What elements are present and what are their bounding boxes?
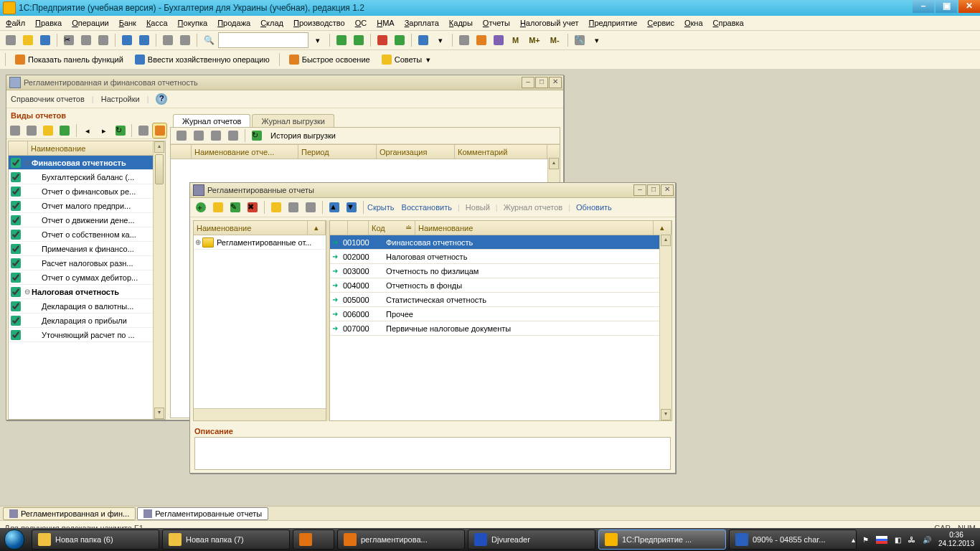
taskbar-app[interactable]: 1С:Предприятие ...: [598, 529, 726, 550]
settings-dropdown[interactable]: ▾: [589, 32, 605, 48]
journal-col[interactable]: Организация: [377, 145, 455, 159]
menu-Зарплата[interactable]: Зарплата: [405, 19, 439, 27]
reg-edit-button[interactable]: ✎: [227, 199, 243, 215]
system-tray[interactable]: ▴ ⚑ ◧ 🖧 🔊 0:3624.12.2013: [852, 528, 980, 551]
journal-col[interactable]: Наименование отче...: [192, 145, 298, 159]
nav-back-button[interactable]: [334, 32, 349, 48]
search-input[interactable]: [218, 32, 308, 48]
copy-button[interactable]: [78, 32, 94, 48]
reg-moveup-button[interactable]: [286, 199, 301, 215]
journal-new-button[interactable]: [174, 128, 189, 143]
journal-history-link[interactable]: История выгрузки: [270, 131, 336, 140]
menu-ОС[interactable]: ОС: [355, 19, 367, 27]
tree-row[interactable]: Отчет о финансовых ре...: [9, 184, 165, 199]
tree-refresh-button[interactable]: ↻: [113, 123, 128, 138]
tree-row[interactable]: ⊖Финансовая отчетность: [9, 156, 165, 170]
tree-prev-button[interactable]: ◂: [80, 123, 95, 138]
mdi-close-button[interactable]: ✕: [549, 77, 562, 88]
memory-m[interactable]: М: [508, 36, 523, 44]
menu-Продажа[interactable]: Продажа: [217, 19, 250, 27]
tree-row-checkbox[interactable]: [11, 172, 21, 182]
tree-row-checkbox[interactable]: [11, 201, 21, 211]
tree-row[interactable]: Отчет о собственном ка...: [9, 227, 165, 242]
taskbar-app[interactable]: Новая папка (7): [162, 529, 290, 550]
redo-button[interactable]: [136, 32, 152, 48]
open-button[interactable]: [20, 32, 36, 48]
reg-list-row[interactable]: ➜007000Первичные налоговые документы: [330, 321, 672, 336]
tab-journal-export[interactable]: Журнал выгрузки: [252, 114, 334, 128]
new-doc-button[interactable]: [3, 32, 19, 48]
reg-movedown-button[interactable]: [303, 199, 319, 215]
reg-hide-link[interactable]: Скрыть: [367, 203, 395, 212]
tray-clock[interactable]: 0:3624.12.2013: [938, 531, 974, 548]
help-button[interactable]: [415, 32, 431, 48]
menu-Справка[interactable]: Справка: [713, 19, 744, 27]
help-icon[interactable]: ?: [156, 93, 167, 105]
stop-button[interactable]: [374, 32, 390, 48]
memory-mplus[interactable]: М+: [524, 36, 545, 44]
show-panel-funcs-button[interactable]: Показать панель функций: [11, 52, 128, 67]
mdi-maximize-button[interactable]: □: [535, 77, 548, 88]
calc-button[interactable]: [456, 32, 472, 48]
menu-Покупка[interactable]: Покупка: [178, 19, 208, 27]
tray-flag-icon[interactable]: ⚑: [862, 536, 869, 544]
help-dropdown[interactable]: ▾: [433, 32, 448, 48]
reg-addfolder-button[interactable]: [210, 199, 226, 215]
tree-open-button[interactable]: [41, 123, 56, 138]
tree-row[interactable]: Отчет о движении дене...: [9, 213, 165, 227]
tree-next-button[interactable]: ▸: [96, 123, 111, 138]
tree-mode2-button[interactable]: [152, 123, 167, 138]
menu-Производство[interactable]: Производство: [293, 19, 345, 27]
cut-button[interactable]: ✂: [61, 32, 77, 48]
print-button[interactable]: [160, 32, 176, 48]
reg-list-scrollbar[interactable]: ▴▾: [659, 235, 672, 420]
tree-row[interactable]: Примечания к финансо...: [9, 242, 165, 256]
mdi2-minimize-button[interactable]: –: [633, 184, 646, 196]
tray-lang-icon[interactable]: [876, 536, 887, 544]
refresh-button[interactable]: [392, 32, 407, 48]
start-button[interactable]: [0, 528, 29, 551]
tree-row[interactable]: Декларация о валютны...: [9, 299, 165, 314]
reports-settings-link[interactable]: Настройки: [101, 95, 140, 103]
tree-new-button[interactable]: [8, 123, 23, 138]
window-minimize-button[interactable]: –: [913, 0, 934, 13]
reg-col-name[interactable]: Наименование: [415, 221, 654, 235]
taskbar-app[interactable]: Djvureader: [468, 529, 595, 550]
tree-col-name[interactable]: Наименование: [28, 141, 165, 155]
mdi2-close-button[interactable]: ✕: [661, 184, 674, 196]
reg-list-row[interactable]: ➜003000Отчетность по физлицам: [330, 264, 672, 278]
tree-row-checkbox[interactable]: [11, 287, 21, 297]
doc-tab[interactable]: Регламентированные отчеты: [137, 507, 268, 520]
menu-Окна[interactable]: Окна: [684, 19, 703, 27]
journal-col[interactable]: Комментарий: [455, 145, 547, 159]
tree-row[interactable]: Расчет налоговых разн...: [9, 256, 165, 270]
menu-Сервис[interactable]: Сервис: [647, 19, 674, 27]
tree-add-button[interactable]: [57, 123, 72, 138]
reg-down-button[interactable]: ▼: [344, 199, 359, 215]
reg-list-row[interactable]: ➜002000Налоговая отчетность: [330, 250, 672, 264]
tree-row-checkbox[interactable]: [11, 316, 21, 326]
fast-learn-button[interactable]: Быстрое освоение: [285, 52, 374, 67]
tree-row-checkbox[interactable]: [11, 158, 21, 168]
taskbar-app[interactable]: Новая папка (6): [32, 529, 159, 550]
tree-row[interactable]: Уточняющий расчет по ...: [9, 328, 165, 342]
reg-hier-button[interactable]: [268, 199, 284, 215]
calendar-button[interactable]: [473, 32, 489, 48]
reg-journal-link[interactable]: Журнал отчетов: [504, 203, 562, 212]
tree-row[interactable]: Отчет о суммах дебитор...: [9, 270, 165, 285]
taskbar-app[interactable]: регламентирова...: [337, 529, 465, 550]
reg-left-hscroll[interactable]: [194, 408, 326, 420]
menu-Файл[interactable]: Файл: [6, 19, 25, 27]
tree-row-checkbox[interactable]: [11, 330, 21, 340]
tree-copy-button[interactable]: [24, 123, 39, 138]
menu-Предприятие[interactable]: Предприятие: [588, 19, 637, 27]
save-button[interactable]: [37, 32, 53, 48]
menu-Банк[interactable]: Банк: [119, 19, 136, 27]
mdi-minimize-button[interactable]: –: [522, 77, 534, 88]
tab-journal-reports[interactable]: Журнал отчетов: [173, 114, 250, 128]
tree-row-checkbox[interactable]: [11, 187, 21, 197]
tray-shield-icon[interactable]: ◧: [895, 536, 901, 544]
reg-list-row[interactable]: ➜001000Финансовая отчетность: [330, 235, 672, 250]
reg-list-row[interactable]: ➜006000Прочее: [330, 307, 672, 321]
tree-row[interactable]: Декларация о прибыли: [9, 314, 165, 328]
